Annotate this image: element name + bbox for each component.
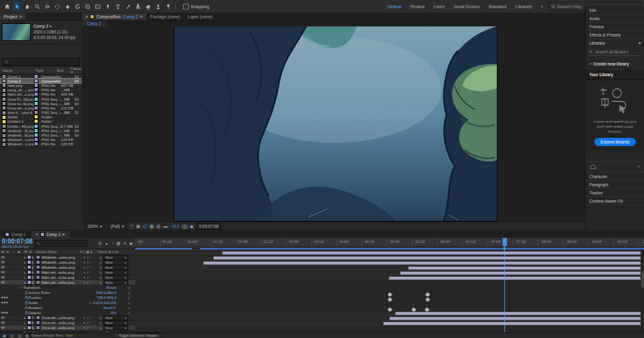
video-column-icon[interactable]	[1, 251, 5, 254]
property-row-anchor-point[interactable]: Anchor Point540.0,960.0◎	[0, 290, 135, 295]
sidebar-panel-preview[interactable]: Preview	[586, 23, 644, 31]
pick-whip-icon[interactable]: ◎	[99, 276, 102, 279]
property-name[interactable]: Position	[28, 296, 42, 300]
rectangle-tool[interactable]	[93, 2, 102, 11]
layer-name[interactable]: Whalesh...echo.png	[42, 261, 83, 264]
orbit-camera-tool[interactable]	[43, 2, 52, 11]
layer-name[interactable]: Main wh...echo.png	[42, 276, 83, 279]
roto-brush-tool[interactable]	[153, 2, 162, 11]
keyframe-navigator[interactable]: ◀◆▶	[1, 296, 11, 299]
pick-whip-icon[interactable]: ◎	[99, 316, 102, 320]
label-color-swatch[interactable]	[34, 83, 38, 87]
label-color-swatch[interactable]	[34, 101, 38, 106]
pick-whip-icon[interactable]: ◎	[128, 291, 130, 295]
preview-options-icon[interactable]: ▥	[156, 224, 160, 229]
twirl-icon[interactable]: ▸	[23, 261, 27, 264]
playhead-line[interactable]	[504, 238, 505, 332]
layer-duration-track[interactable]	[135, 317, 644, 322]
layer-name[interactable]: Main wh...echo.png	[42, 271, 83, 274]
layer-label-square[interactable]	[27, 255, 31, 259]
lock-column-icon[interactable]	[17, 250, 21, 254]
twirl-icon[interactable]: ▾	[19, 286, 23, 290]
sidebar-panel-character[interactable]: Character	[586, 172, 644, 181]
layer-row-6[interactable]: ▾6Main wh...echo.png✦ƒ⁄◎None∨	[0, 280, 135, 285]
keyframe-navigator[interactable]: ◀◆▶	[1, 311, 11, 314]
layer-duration-bar[interactable]	[203, 261, 641, 265]
timeline-tab-comp-1[interactable]: Comp 1	[0, 231, 31, 238]
sidebar-panel-audio[interactable]: Audio	[586, 14, 644, 23]
pick-whip-icon[interactable]: ◎	[128, 311, 130, 315]
close-tab-icon[interactable]: ×	[36, 232, 38, 237]
property-value[interactable]: 0%	[111, 311, 116, 315]
keyframe-navigator[interactable]: ◀◆▶	[1, 301, 11, 304]
layer-visibility-toggle[interactable]	[0, 321, 6, 325]
audio-column-icon[interactable]	[6, 250, 10, 254]
parent-dropdown[interactable]: None∨	[103, 255, 128, 260]
current-time-display[interactable]: 0:00:07:08	[2, 239, 33, 245]
add-library-item-icon[interactable]: +,	[637, 164, 641, 169]
column-framerate[interactable]: Frame R	[70, 67, 82, 74]
selection-tool[interactable]	[13, 2, 21, 11]
label-color-swatch[interactable]	[34, 110, 38, 115]
graph-editor-icon[interactable]: ◆	[130, 241, 133, 246]
transparency-grid-icon[interactable]: ▦	[150, 224, 154, 229]
sidebar-panel-content-aware-fill[interactable]: Content-Aware Fill	[586, 197, 644, 205]
guides-options-icon[interactable]: ▢	[130, 224, 134, 229]
reset-link[interactable]: Reset	[106, 286, 116, 290]
mask-visibility-icon[interactable]: ▣	[136, 224, 141, 229]
region-of-interest-icon[interactable]: ◱	[143, 224, 147, 229]
motion-blur-icon[interactable]: ⊘	[123, 241, 127, 246]
twirl-icon[interactable]: ▸	[23, 266, 27, 269]
expand-render-time-icon[interactable]: ▦	[25, 334, 30, 337]
layer-duration-track[interactable]	[135, 312, 644, 317]
layer-visibility-toggle[interactable]	[0, 281, 6, 284]
project-column-headers[interactable]: Name Type Size Frame R	[0, 67, 82, 74]
panel-menu-icon[interactable]: ≡	[19, 14, 22, 19]
layer-label-square[interactable]	[27, 325, 31, 330]
twirl-icon[interactable]: ▸	[23, 271, 27, 274]
hand-tool[interactable]	[23, 2, 31, 11]
property-row-position[interactable]: ◀◆▶Position728.0,596.0◎	[0, 295, 135, 300]
sidebar-panel-paragraph[interactable]: Paragraph	[586, 181, 644, 189]
type-tool[interactable]	[113, 2, 122, 11]
pick-whip-icon[interactable]: ◎	[128, 296, 130, 300]
label-color-swatch[interactable]	[34, 119, 38, 123]
layer-row-9[interactable]: ▾9Orca wh...echo.png✦ƒ⁄◎None∨	[0, 325, 135, 330]
layer-label-square[interactable]	[27, 265, 31, 269]
parent-dropdown[interactable]: None∨	[103, 320, 128, 325]
layer-duration-bar[interactable]	[222, 251, 641, 255]
layer-duration-bar[interactable]	[389, 276, 641, 280]
workspace-overflow-chevron[interactable]: »	[541, 4, 543, 9]
workspace-learn[interactable]: Learn	[433, 4, 445, 9]
layer-duration-bar[interactable]	[395, 312, 641, 315]
pick-whip-icon[interactable]: ◎	[99, 321, 102, 325]
label-column-icon[interactable]: ⚑	[22, 250, 30, 254]
property-value[interactable]: 540.0,960.0	[96, 291, 116, 295]
twirl-icon[interactable]: ▸	[23, 256, 27, 259]
close-tab-icon[interactable]: ×	[86, 14, 88, 19]
libraries-title[interactable]: Libraries	[589, 41, 605, 45]
pick-whip-icon[interactable]: ◎	[99, 271, 102, 274]
toggle-switches-modes-button[interactable]: Toggle Switches / Modes	[113, 333, 163, 338]
label-color-swatch[interactable]	[34, 87, 38, 92]
pan-behind-tool[interactable]	[83, 2, 92, 11]
solo-column-icon[interactable]: ○	[11, 250, 16, 254]
dolly-camera-tool[interactable]	[63, 2, 72, 11]
layer-label-square[interactable]	[27, 315, 31, 320]
layer-duration-track[interactable]	[135, 261, 644, 266]
transform-group-row[interactable]: ▾TransformReset◎	[0, 285, 135, 290]
home-tool[interactable]	[3, 2, 11, 11]
zoom-level-dropdown[interactable]: 100%▾	[84, 223, 105, 230]
expand-in-out-icon[interactable]: ▥	[17, 334, 22, 337]
layer-name[interactable]: Main wh...echo.png	[42, 281, 83, 284]
twirl-icon[interactable]: ▾	[23, 281, 27, 284]
property-name[interactable]: Opacity	[28, 311, 41, 315]
property-track[interactable]	[135, 291, 644, 296]
preview-comp-name[interactable]: Comp 2 ▾	[33, 23, 75, 29]
parent-dropdown[interactable]: None∨	[103, 280, 128, 285]
parent-dropdown[interactable]: None∨	[103, 265, 128, 270]
pick-whip-icon[interactable]: ◎	[128, 301, 130, 305]
time-ruler[interactable]: :00f00:12f01:00f01:12f02:00f02:12f03:00f…	[135, 238, 644, 247]
pick-whip-icon[interactable]: ◎	[128, 286, 130, 290]
zoom-tool[interactable]	[33, 2, 42, 11]
